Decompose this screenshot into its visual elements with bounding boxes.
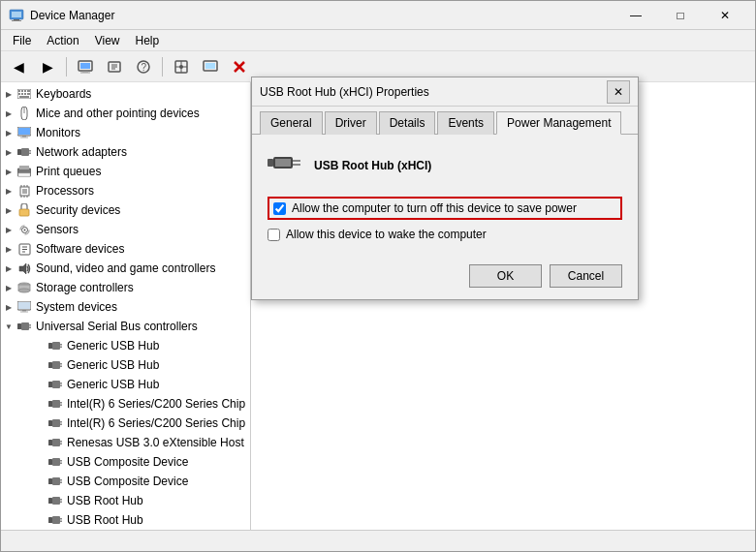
dialog-overlay: USB Root Hub (xHCI) Properties ✕ General… xyxy=(1,1,755,551)
dialog-footer: OK Cancel xyxy=(252,257,638,299)
main-window: Device Manager — □ ✕ File Action View He… xyxy=(0,0,756,552)
device-icon xyxy=(268,150,302,181)
allow-turnoff-label[interactable]: Allow the computer to turn off this devi… xyxy=(292,201,577,215)
cancel-button[interactable]: Cancel xyxy=(550,264,622,288)
dialog-title-bar: USB Root Hub (xHCI) Properties ✕ xyxy=(252,77,638,107)
checkbox-group: Allow the computer to turn off this devi… xyxy=(268,197,622,241)
svg-rect-123 xyxy=(293,164,300,166)
device-header: USB Root Hub (xHCI) xyxy=(268,150,622,181)
checkbox1-row: Allow the computer to turn off this devi… xyxy=(268,197,622,220)
checkbox2-row: Allow this device to wake the computer xyxy=(268,228,622,241)
allow-turnoff-checkbox[interactable] xyxy=(273,202,286,215)
dialog-content: USB Root Hub (xHCI) Allow the computer t… xyxy=(252,135,638,257)
dialog-close-button[interactable]: ✕ xyxy=(607,80,630,104)
svg-rect-119 xyxy=(268,159,273,167)
svg-rect-121 xyxy=(275,159,291,167)
tab-events[interactable]: Events xyxy=(437,111,494,135)
tab-power-management[interactable]: Power Management xyxy=(496,111,621,135)
tab-driver[interactable]: Driver xyxy=(325,111,377,135)
device-name: USB Root Hub (xHCI) xyxy=(314,159,431,172)
dialog-title-text: USB Root Hub (xHCI) Properties xyxy=(260,85,607,99)
allow-wakeup-checkbox[interactable] xyxy=(268,229,280,241)
properties-dialog: USB Root Hub (xHCI) Properties ✕ General… xyxy=(251,77,639,300)
svg-rect-122 xyxy=(293,160,300,162)
tab-details[interactable]: Details xyxy=(379,111,436,135)
tab-general[interactable]: General xyxy=(260,111,323,135)
ok-button[interactable]: OK xyxy=(469,264,542,288)
dialog-tabs: General Driver Details Events Power Mana… xyxy=(252,107,638,135)
allow-wakeup-label[interactable]: Allow this device to wake the computer xyxy=(286,228,487,241)
